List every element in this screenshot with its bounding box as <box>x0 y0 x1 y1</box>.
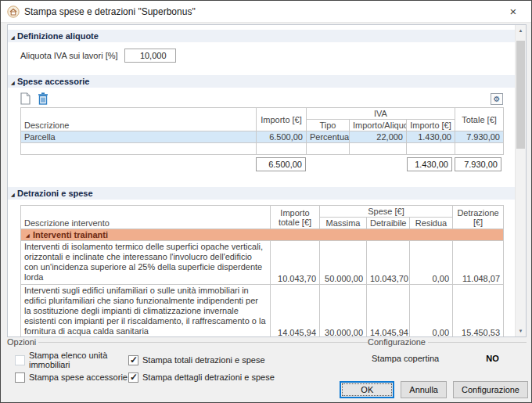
cell-detraibile: 10.043,70 <box>367 241 410 285</box>
section-title: Detrazioni e spese <box>17 189 93 198</box>
checkbox-box[interactable] <box>15 372 25 383</box>
checkbox-stampa-elenco-unita[interactable]: Stampa elenco unità immobiliari <box>15 351 128 369</box>
checkbox-stampa-totali-detrazioni[interactable]: Stampa totali detrazioni e spese <box>128 355 362 365</box>
option-groups: Opzioni Stampa elenco unità immobiliari … <box>1 337 532 386</box>
annulla-button[interactable]: Annulla <box>401 381 447 398</box>
cell-importo: 6.500,00 <box>257 131 307 143</box>
vertical-scrollbar[interactable]: ▲ ▼ <box>515 25 526 336</box>
cell-massima: 50.000,00 <box>320 241 367 285</box>
detrazioni-table: Descrizione intervento Importo totale [€… <box>20 205 504 336</box>
checkbox-box[interactable] <box>128 355 138 365</box>
cell-detraibile: 14.045,94 <box>367 284 410 336</box>
column-header-iva-importo[interactable]: Importo [€] <box>407 120 455 131</box>
group-divider <box>362 342 368 343</box>
column-header-spese-group[interactable]: Spese [€] <box>320 206 453 218</box>
column-header-detraibile[interactable]: Detraibile <box>367 218 410 229</box>
button-row: OK Annulla Configurazione <box>340 381 528 398</box>
column-header-importo[interactable]: Importo [€] <box>257 108 307 131</box>
spese-toolbar: ⚙ <box>20 92 503 105</box>
cell-descrizione: Interventi di isolamento termico delle s… <box>21 241 271 285</box>
table-row[interactable]: Parcella 6.500,00 Percentuale 22,000 1.4… <box>21 131 504 143</box>
collapse-icon: ◢ <box>11 190 15 200</box>
window-title: Stampa spese e detrazioni "Superbonus" <box>24 6 196 17</box>
cell-descrizione: Interventi sugli edifici unifamiliari o … <box>21 284 271 336</box>
column-header-importo-aliquota[interactable]: Importo/Aliquota <box>350 120 407 131</box>
spese-accessorie-table: Descrizione Importo [€] IVA Totale [€] T… <box>20 107 504 155</box>
configurazione-label: Configurazione <box>368 337 428 347</box>
column-header-importo-totale[interactable]: Importo totale [€] <box>271 206 320 229</box>
cell-importo-aliquota: 22,000 <box>350 131 407 143</box>
home-icon <box>7 5 20 18</box>
cell-detrazione: 15.450,53 <box>453 284 504 336</box>
cell-residua: 0,00 <box>410 284 453 336</box>
opzioni-label: Opzioni <box>7 337 38 347</box>
section-header-spese-accessorie[interactable]: ◢ Spese accessorie <box>8 75 516 88</box>
cell-importo-totale: 10.043,70 <box>271 241 320 285</box>
configurazione-button[interactable]: Configurazione <box>453 381 528 398</box>
section-header-definizione-aliquote[interactable]: ◢ Definizione aliquote <box>8 30 516 42</box>
group-row-interventi-trainanti[interactable]: ◢Interventi trainanti <box>21 229 504 241</box>
cell-detrazione: 11.048,07 <box>453 241 504 285</box>
column-header-iva-group[interactable]: IVA <box>307 108 455 120</box>
group-configurazione: Configurazione Stampa copertina NO <box>362 337 532 386</box>
checkbox-box[interactable] <box>15 355 25 365</box>
cell-descrizione: Parcella <box>21 131 257 143</box>
aliquota-iva-row: Aliquota IVA sui lavori [%] <box>20 49 503 63</box>
scroll-panel: ◢ Definizione aliquote Aliquota IVA sui … <box>7 24 527 337</box>
column-header-descrizione[interactable]: Descrizione <box>21 108 257 131</box>
section-title: Definizione aliquote <box>17 31 99 41</box>
spese-totals-row: 6.500,00 1.430,00 7.930,00 <box>20 157 503 171</box>
total-totale: 7.930,00 <box>455 157 501 171</box>
collapse-icon: ◢ <box>11 33 15 42</box>
section-header-detrazioni-e-spese[interactable]: ◢ Detrazioni e spese <box>8 187 516 200</box>
scroll-up-icon[interactable]: ▲ <box>516 25 526 36</box>
title-bar: Stampa spese e detrazioni "Superbonus" × <box>1 1 531 23</box>
cell-importo-totale: 14.045,94 <box>271 284 320 336</box>
column-header-totale[interactable]: Totale [€] <box>455 108 504 131</box>
checkbox-label: Stampa dettagli detrazioni e spese <box>142 372 275 382</box>
cell-residua: 0,00 <box>410 241 453 285</box>
cell-totale: 7.930,00 <box>455 131 504 143</box>
column-header-massima[interactable]: Massima <box>320 218 367 229</box>
group-divider <box>428 342 527 343</box>
table-row-empty[interactable] <box>21 143 504 155</box>
checkbox-box[interactable] <box>128 372 138 383</box>
panel-content: ◢ Definizione aliquote Aliquota IVA sui … <box>8 25 516 336</box>
iva-input[interactable] <box>124 49 176 63</box>
dialog-window: Stampa spese e detrazioni "Superbonus" ×… <box>0 0 532 403</box>
cell-iva-importo: 1.430,00 <box>407 131 455 143</box>
group-opzioni: Opzioni Stampa elenco unità immobiliari … <box>1 337 362 386</box>
footer: Opzioni Stampa elenco unità immobiliari … <box>1 337 532 403</box>
ok-button[interactable]: OK <box>340 381 394 398</box>
scroll-down-icon[interactable]: ▼ <box>516 326 526 336</box>
column-header-tipo[interactable]: Tipo <box>307 120 350 131</box>
group-label: Interventi trainanti <box>33 230 108 239</box>
checkbox-label: Stampa spese accessorie <box>29 372 128 382</box>
iva-label: Aliquota IVA sui lavori [%] <box>20 51 118 60</box>
cell-tipo: Percentuale <box>307 131 350 143</box>
scrollbar-thumb[interactable] <box>516 41 525 149</box>
checkbox-label: Stampa elenco unità immobiliari <box>29 351 128 369</box>
column-header-descrizione-intervento[interactable]: Descrizione intervento <box>21 206 271 229</box>
cell-massima: 30.000,00 <box>320 284 367 336</box>
checkbox-stampa-spese-accessorie[interactable]: Stampa spese accessorie <box>15 372 128 383</box>
checkbox-grid: Stampa elenco unità immobiliari Stampa t… <box>15 351 362 386</box>
stampa-copertina-row: Stampa copertina NO <box>372 354 527 363</box>
section-title: Spese accessorie <box>17 77 89 86</box>
checkbox-label: Stampa totali detrazioni e spese <box>142 355 265 365</box>
gear-icon[interactable]: ⚙ <box>491 93 503 105</box>
total-iva-importo: 1.430,00 <box>407 157 452 171</box>
new-document-icon[interactable] <box>20 92 31 105</box>
table-row[interactable]: Interventi sugli edifici unifamiliari o … <box>21 284 504 336</box>
group-divider <box>38 342 362 343</box>
close-icon[interactable]: × <box>501 2 525 22</box>
column-header-detrazione[interactable]: Detrazione [€] <box>453 206 504 229</box>
checkbox-stampa-dettagli-detrazioni[interactable]: Stampa dettagli detrazioni e spese <box>128 372 362 383</box>
stampa-copertina-label: Stampa copertina <box>372 354 439 363</box>
total-importo: 6.500,00 <box>256 157 306 171</box>
collapse-icon: ◢ <box>26 232 30 238</box>
table-row[interactable]: Interventi di isolamento termico delle s… <box>21 241 504 285</box>
collapse-icon: ◢ <box>11 78 15 88</box>
trash-icon[interactable] <box>38 92 49 105</box>
column-header-residua[interactable]: Residua <box>410 218 453 229</box>
